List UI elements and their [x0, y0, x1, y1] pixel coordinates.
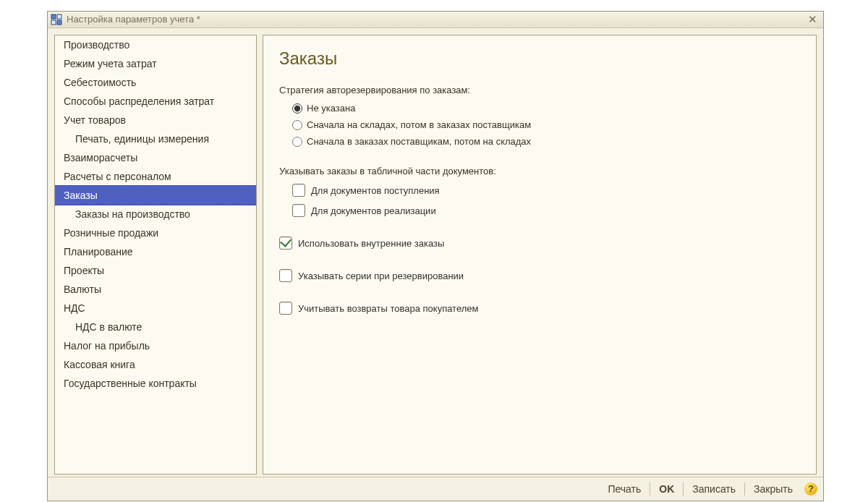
svg-rect-3 — [57, 20, 61, 25]
nav-item-15[interactable]: НДС в валюте — [55, 318, 256, 336]
nav-item-7[interactable]: Расчеты с персоналом — [55, 167, 256, 186]
use-internal-orders-checkbox[interactable]: Использовать внутренние заказы — [279, 237, 800, 250]
nav-item-14[interactable]: НДС — [55, 299, 256, 318]
nav-item-2[interactable]: Себестоимость — [55, 73, 256, 92]
tabular-checks: Для документов поступленияДля документов… — [279, 184, 800, 217]
checkbox-label: Указывать серии при резервировании — [298, 271, 464, 281]
svg-rect-1 — [57, 14, 61, 19]
content-panel: Заказы Стратегия авторезервирования по з… — [263, 35, 817, 475]
tabular-check-1[interactable]: Для документов реализации — [292, 204, 800, 217]
radio-label: Сначала в заказах поставщикам, потом на … — [307, 136, 531, 147]
close-button[interactable]: Закрыть — [746, 480, 800, 498]
checkbox-icon — [279, 269, 292, 282]
strategy-options: Не указанаСначала на складах, потом в за… — [279, 103, 800, 147]
page-title: Заказы — [279, 48, 800, 69]
titlebar: Настройка параметров учета * ✕ — [48, 12, 823, 28]
nav-item-16[interactable]: Налог на прибыль — [55, 336, 256, 355]
ok-button[interactable]: OK — [652, 480, 681, 498]
nav-item-0[interactable]: Производство — [55, 35, 256, 54]
nav-item-11[interactable]: Планирование — [55, 242, 256, 261]
tabular-group-label: Указывать заказы в табличной части докум… — [279, 166, 800, 176]
checkbox-icon — [279, 302, 292, 315]
nav-item-8[interactable]: Заказы — [55, 185, 256, 205]
nav-item-17[interactable]: Кассовая книга — [55, 355, 256, 374]
tabular-check-0[interactable]: Для документов поступления — [292, 184, 800, 197]
strategy-option-0[interactable]: Не указана — [292, 103, 800, 114]
radio-input[interactable] — [292, 137, 302, 147]
window-title: Настройка параметров учета * — [67, 14, 200, 25]
nav-item-12[interactable]: Проекты — [55, 261, 256, 280]
svg-rect-0 — [51, 14, 56, 19]
svg-rect-2 — [51, 20, 56, 25]
nav-item-9[interactable]: Заказы на производство — [55, 205, 256, 224]
checkbox-label: Использовать внутренние заказы — [298, 238, 444, 249]
checkbox-icon — [279, 237, 292, 250]
footer: Печать OK Записать Закрыть ? — [48, 477, 823, 501]
radio-label: Сначала на складах, потом в заказах пост… — [307, 119, 531, 130]
checkbox-label: Учитывать возвраты товара покупателем — [298, 303, 478, 314]
nav-item-13[interactable]: Валюты — [55, 280, 256, 299]
separator — [744, 482, 745, 495]
body: ПроизводствоРежим учета затратСебестоимо… — [54, 35, 817, 475]
checkbox-label: Для документов поступления — [311, 185, 440, 196]
nav-item-6[interactable]: Взаиморасчеты — [55, 148, 256, 167]
close-icon[interactable]: ✕ — [806, 13, 819, 26]
track-returns-checkbox[interactable]: Учитывать возвраты товара покупателем — [279, 302, 800, 315]
nav-item-18[interactable]: Государственные контракты — [55, 374, 256, 393]
nav-item-1[interactable]: Режим учета затрат — [55, 54, 256, 73]
nav-item-3[interactable]: Способы распределения затрат — [55, 92, 256, 111]
strategy-option-1[interactable]: Сначала на складах, потом в заказах пост… — [292, 119, 800, 130]
app-icon — [51, 14, 62, 25]
help-icon[interactable]: ? — [804, 482, 817, 495]
nav-item-5[interactable]: Печать, единицы измерения — [55, 129, 256, 148]
separator — [650, 482, 650, 495]
print-button[interactable]: Печать — [600, 480, 648, 498]
settings-window: Настройка параметров учета * ✕ Производс… — [47, 11, 824, 501]
separator — [683, 482, 684, 495]
save-button[interactable]: Записать — [685, 480, 743, 498]
nav-item-4[interactable]: Учет товаров — [55, 111, 256, 129]
strategy-option-2[interactable]: Сначала в заказах поставщикам, потом на … — [292, 136, 800, 147]
radio-label: Не указана — [307, 103, 355, 114]
nav-panel: ПроизводствоРежим учета затратСебестоимо… — [54, 35, 257, 475]
radio-input[interactable] — [292, 120, 302, 130]
checkbox-icon — [292, 184, 305, 197]
checkbox-label: Для документов реализации — [311, 205, 436, 216]
radio-input[interactable] — [292, 103, 302, 114]
nav-item-10[interactable]: Розничные продажи — [55, 224, 256, 242]
checkbox-icon — [292, 204, 305, 217]
series-on-reserve-checkbox[interactable]: Указывать серии при резервировании — [279, 269, 800, 282]
strategy-group-label: Стратегия авторезервирования по заказам: — [279, 85, 800, 95]
